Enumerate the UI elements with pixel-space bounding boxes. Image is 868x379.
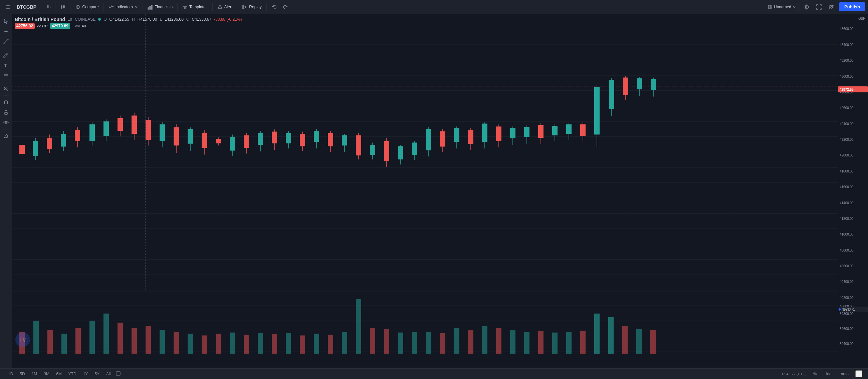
svg-rect-6 [63,6,64,8]
publish-label: Publish [844,4,860,9]
svg-text:39600.00: 39600.00 [840,326,854,331]
indicators-button[interactable]: Indicators [106,3,141,11]
tf-5y[interactable]: 5Y [92,371,102,377]
svg-text:39933.71: 39933.71 [842,307,855,311]
svg-rect-137 [468,130,473,144]
templates-button[interactable]: Templates [180,3,210,11]
reset-zoom-button[interactable] [855,370,863,378]
unnamed-layout-button[interactable]: Unnamed [765,3,799,11]
lock-tool[interactable] [1,108,11,117]
calendar-icon [116,371,121,376]
left-sep1 [3,48,9,48]
fullscreen-button[interactable] [814,3,824,11]
tf-1y[interactable]: 1Y [81,371,91,377]
eye-tool[interactable] [1,118,11,127]
svg-rect-186 [314,334,319,354]
svg-rect-147 [538,125,544,138]
sep8 [237,3,237,11]
tf-1m[interactable]: 1M [29,371,40,377]
tf-3m[interactable]: 3M [41,371,52,377]
svg-rect-101 [216,139,221,143]
high-label: H [132,17,135,22]
chart-canvas[interactable]: TV [12,14,838,368]
layout-icon [768,5,773,9]
indicators-icon [108,4,114,10]
tf-1d[interactable]: 1D [5,371,16,377]
reset-zoom-icon [857,372,861,376]
svg-rect-180 [230,333,235,354]
svg-rect-199 [496,328,501,354]
svg-rect-161 [637,78,642,90]
log-button[interactable]: log [824,371,834,377]
percent-button[interactable]: % [811,371,819,377]
svg-text:39400.00: 39400.00 [840,342,854,346]
symbol-dot [98,18,101,21]
svg-text:43600.00: 43600.00 [840,27,854,31]
tf-all[interactable]: All [103,371,113,377]
settings-button[interactable] [801,3,812,11]
svg-rect-119 [342,135,347,145]
current-prices: 42756.02 223.87 42979.89 Vol 40 [15,23,242,29]
tf-6m[interactable]: 6M [54,371,64,377]
svg-rect-193 [412,332,417,354]
svg-rect-179 [216,334,221,354]
svg-rect-83 [90,125,95,141]
chart-with-axis: Bitcoin / British Pound 1h COINBASE O O4… [12,14,868,379]
tf-5d[interactable]: 5D [17,371,27,377]
redo-button[interactable] [280,3,291,11]
left-sep2 [3,82,9,82]
compare-button[interactable]: Compare [72,3,101,11]
chart-container[interactable]: Bitcoin / British Pound 1h COINBASE O O4… [12,14,838,379]
svg-text:40200.00: 40200.00 [840,295,854,300]
line-tool[interactable] [1,37,11,46]
vol-label: Vol [75,24,80,28]
eye-icon [3,120,9,125]
publish-button[interactable]: Publish [839,2,865,11]
tf-ytd[interactable]: YTD [66,371,79,377]
svg-rect-75 [33,141,38,156]
chart-type-button[interactable] [57,3,68,11]
undo-button[interactable] [269,3,279,11]
replay-button[interactable]: Replay [239,3,264,11]
svg-rect-205 [580,331,586,354]
exchange-label: COINBASE [75,17,95,22]
symbol-button[interactable]: BTCGBP [14,3,39,11]
svg-text:42872.55: 42872.55 [840,87,854,92]
svg-rect-16 [183,7,185,9]
low-value: L41236.00 [164,17,184,22]
financials-button[interactable]: Financials [145,3,175,11]
screenshot-button[interactable] [826,3,837,11]
unnamed-label: Unnamed [774,5,791,9]
sep3 [70,3,70,11]
menu-button[interactable] [3,3,13,11]
svg-rect-203 [552,333,558,354]
svg-rect-89 [131,115,137,134]
auto-button[interactable]: auto [838,371,851,377]
svg-rect-207 [608,317,614,354]
svg-text:40600.00: 40600.00 [840,264,854,268]
zoom-tool[interactable] [1,84,11,94]
alert-button[interactable]: Alert [215,3,235,11]
cursor-tool[interactable] [1,17,11,26]
symbol-name: Bitcoin / British Pound [15,17,65,22]
left-toolbar: T [0,14,12,379]
high-value: H41576.00 [137,17,157,22]
text-tool[interactable]: T [1,60,11,70]
magnet-tool[interactable] [1,98,11,107]
svg-rect-127 [398,146,403,159]
timeframe-button[interactable]: 1h [43,3,53,11]
candlestick-icon [60,4,65,10]
eraser-icon [3,133,9,139]
measure-tool[interactable] [1,70,11,80]
svg-text:42200.00: 42200.00 [840,137,854,141]
svg-rect-176 [174,332,179,354]
crosshair-tool[interactable] [1,27,11,36]
eraser-tool[interactable] [1,132,11,141]
tf-custom[interactable] [115,370,122,378]
vol-value: 40 [82,24,86,28]
svg-rect-81 [75,130,80,141]
pencil-tool[interactable] [1,50,11,60]
svg-rect-159 [623,78,628,95]
svg-text:43400.00: 43400.00 [840,42,854,47]
sep5 [143,3,143,11]
